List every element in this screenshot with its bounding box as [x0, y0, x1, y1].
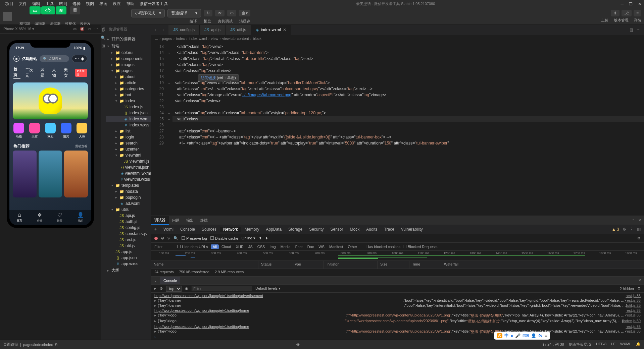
col-type[interactable]: Type — [290, 261, 324, 269]
search-input[interactable]: 🔍 点我搜索 — [40, 55, 69, 62]
preserve-log-checkbox[interactable] — [182, 236, 185, 240]
panel-console[interactable]: Console — [177, 227, 198, 232]
compile-dropdown[interactable]: 普通编译▾ — [167, 9, 201, 17]
filter-ws[interactable]: WS — [316, 244, 327, 249]
file-hot[interactable]: ▸📁hot — [106, 92, 151, 98]
panel-mock[interactable]: Mock — [347, 227, 363, 232]
device-selector[interactable]: iPhone X 85% 16 ▾ — [3, 27, 34, 31]
remote-debug-button[interactable]: ▭ — [227, 10, 236, 16]
category-大海[interactable]: 大海 — [77, 123, 87, 139]
page-path[interactable]: pages/index/index — [23, 343, 53, 347]
blocked-requests-checkbox[interactable] — [403, 245, 406, 248]
devtools-dock-icon[interactable]: ▥ — [637, 227, 641, 232]
console-menu-icon[interactable]: ⋮ — [151, 278, 160, 283]
col-waterfall[interactable]: Waterfall — [441, 261, 644, 269]
file-app.json[interactable]: {}app.json — [106, 255, 151, 261]
debugger-button[interactable]: ≋ — [56, 6, 66, 14]
copy-icon[interactable]: ⎘ — [55, 343, 57, 347]
console-line[interactable]: ▸{"key">logo: "">http://wordpresstest.co… — [151, 318, 644, 324]
file-images[interactable]: ▸📁images — [106, 62, 151, 68]
console-tab[interactable]: Console — [160, 277, 180, 284]
file-viewhtml.js[interactable]: JSviewhtml.js — [106, 158, 151, 164]
filter-other[interactable]: Other — [346, 244, 359, 249]
filter-media[interactable]: Media — [279, 244, 293, 249]
throttle-dropdown[interactable]: Online ▾ — [242, 236, 255, 240]
console-eye-icon[interactable]: ◉ — [185, 286, 188, 291]
console-line[interactable]: http://wordpresstest.com/wp-json/jiangqi… — [151, 308, 644, 313]
file-auth.js[interactable]: JSauth.js — [106, 219, 151, 225]
maximize-icon[interactable]: ❐ — [629, 2, 633, 6]
search-net-icon[interactable]: 🔍 — [174, 236, 178, 240]
code-editor[interactable]: 1314151617181920212223242526272829 ⌄⌄⌄⌄ … — [151, 42, 644, 216]
file-templates[interactable]: ▾📁templates — [106, 182, 151, 188]
panel-sensor[interactable]: Sensor — [327, 227, 347, 232]
filter-all[interactable]: All — [211, 244, 219, 249]
panel-network[interactable]: Network — [220, 227, 241, 232]
devtools-close-icon[interactable]: ✕ — [638, 218, 641, 223]
wallpaper-item[interactable] — [13, 151, 37, 197]
nav-我的[interactable]: 👤我的 — [77, 212, 84, 223]
phone-screen[interactable]: 17:39 100% ▮ ◉ 亿码酷站 🔍 点我搜索 ⋯◉ 首页二次元风景人物美… — [9, 43, 91, 225]
file-list[interactable]: ▸📁list — [106, 128, 151, 134]
panel-trace[interactable]: Trace — [381, 227, 398, 232]
filter-doc[interactable]: Doc — [305, 244, 316, 249]
tab-more[interactable]: 更多频道 — [75, 69, 87, 77]
console-line[interactable]: ▸{"key">logo: "">http://wordpresstest.co… — [151, 329, 644, 335]
version-button[interactable]: ⎇ — [622, 10, 632, 16]
ime-toolbar[interactable]: S 中●🎤 ⌨👤🛠≡ — [494, 332, 550, 340]
nav-分类[interactable]: ❖分类 — [37, 212, 42, 223]
file-index.wxss[interactable]: #index.wxss — [106, 122, 151, 128]
search-icon[interactable]: 🔍 — [101, 36, 106, 40]
file-ucenter[interactable]: ▸📁ucenter — [106, 146, 151, 152]
visualize-button[interactable]: ▦ — [70, 6, 80, 14]
file-categories[interactable]: ▸📁categories — [106, 86, 151, 92]
editor-more-icon[interactable]: ⋯ — [637, 27, 641, 32]
upload-button[interactable]: ⬆ — [611, 10, 620, 16]
console-context-select[interactable]: top — [166, 286, 182, 292]
network-settings-icon[interactable]: ⚙ — [637, 236, 641, 240]
file-index.js[interactable]: JSindex.js — [106, 104, 151, 110]
editor-tab-config.js[interactable]: JSconfig.js — [168, 25, 200, 35]
ln-col[interactable]: 行 24，列 38 — [543, 342, 564, 347]
file-app.js[interactable]: JSapp.js — [106, 249, 151, 255]
file-rest.js[interactable]: JSrest.js — [106, 237, 151, 243]
console-settings-icon[interactable]: ⚙ — [637, 286, 641, 291]
file-api.js[interactable]: JSapi.js — [106, 213, 151, 219]
download-net-icon[interactable]: ⬇ — [265, 236, 268, 240]
console-line[interactable]: http://wordpresstest.com/wp-json/jiangqi… — [151, 293, 644, 298]
console-line[interactable]: http://wordpresstest.com/wp-json/jiangqi… — [151, 324, 644, 329]
nav-推荐[interactable]: ♡推荐 — [57, 212, 62, 223]
file-app.wxss[interactable]: #app.wxss — [106, 261, 151, 267]
console-close-icon[interactable]: ✕ — [638, 278, 641, 282]
file-viewhtml.wxml[interactable]: ◈viewhtml.wxml — [106, 170, 151, 176]
outline-section[interactable]: ▸大纲 — [106, 267, 151, 274]
file-article[interactable]: ▸📁article — [106, 80, 151, 86]
nav-fwd-icon[interactable]: → — [161, 27, 165, 32]
devtools-tab-终端[interactable]: 终端 — [197, 216, 211, 225]
category-草地[interactable]: 草地 — [45, 123, 56, 139]
breadcrumb[interactable]: ...›pages›index›index.wxml›view›view.tab… — [151, 35, 644, 42]
filter-css[interactable]: CSS — [255, 244, 267, 249]
editor-tab-util.js[interactable]: JSutil.js — [226, 25, 251, 35]
panel-wxml[interactable]: Wxml — [160, 227, 177, 232]
bell-icon[interactable]: 🔔 — [636, 342, 641, 347]
col-time[interactable]: Time — [409, 261, 441, 269]
file-viewhtml[interactable]: ▾📁viewhtml — [106, 152, 151, 158]
disable-cache-checkbox[interactable] — [210, 236, 214, 240]
console-clear-icon[interactable]: ⊘ — [160, 286, 163, 291]
file-search[interactable]: ▸📁search — [106, 140, 151, 146]
language-mode[interactable]: WXML — [620, 342, 631, 347]
opened-editors-section[interactable]: ▸打开的编辑器 — [106, 36, 151, 43]
file-util.js[interactable]: JSutil.js — [106, 243, 151, 249]
console-hidden-count[interactable]: 2 hidden — [620, 287, 634, 291]
panel-storage[interactable]: Storage — [285, 227, 306, 232]
encoding[interactable]: UTF-8 — [596, 342, 606, 347]
console-levels-dropdown[interactable]: Default levels ▾ — [255, 286, 281, 291]
upload-net-icon[interactable]: ⬆ — [259, 236, 262, 240]
console-sidebar-icon[interactable]: ▸ — [154, 286, 156, 291]
tab-美女[interactable]: 美女 — [64, 67, 71, 78]
file-utils[interactable]: ▾📁utils — [106, 207, 151, 213]
fold-gutter[interactable]: ⌄⌄⌄⌄ — [168, 42, 172, 216]
explorer-icon[interactable]: 🗐 — [101, 27, 105, 32]
filter-manifest[interactable]: Manifest — [327, 244, 345, 249]
